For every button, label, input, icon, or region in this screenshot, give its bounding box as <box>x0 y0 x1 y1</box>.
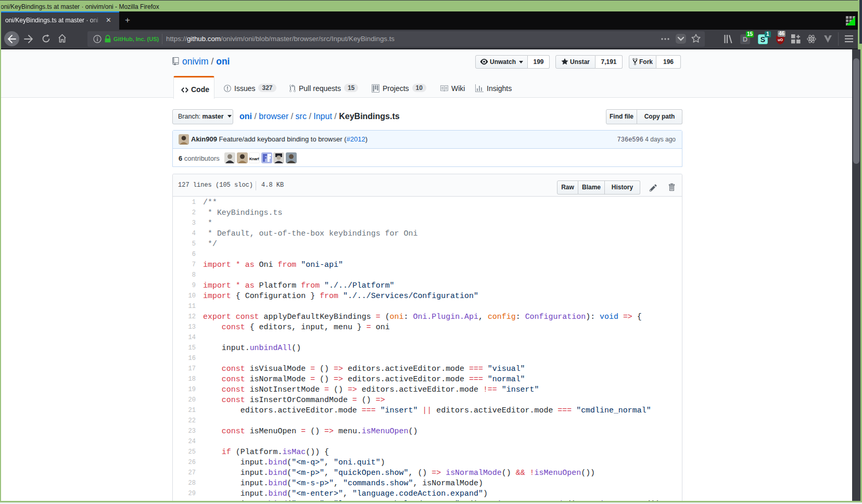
svg-text:uO: uO <box>778 38 783 42</box>
